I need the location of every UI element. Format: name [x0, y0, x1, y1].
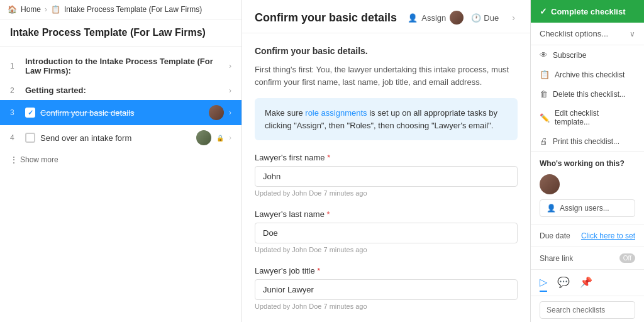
option-delete[interactable]: 🗑 Delete this checklist...: [531, 84, 644, 104]
who-working-section: Who's working on this? 👤 Assign users...: [531, 152, 644, 225]
option-archive-label: Archive this checklist: [555, 70, 625, 79]
firstname-update: Updated by John Doe 7 minutes ago: [255, 189, 518, 197]
info-box: Make sure role assignments is set up on …: [255, 98, 518, 140]
section-heading: Confirm your basic details.: [255, 46, 518, 56]
share-link-row: Share link Off: [531, 247, 644, 270]
pencil-icon: ✏️: [540, 113, 550, 123]
avatar-3: [209, 105, 224, 120]
assign-avatar: [450, 11, 464, 25]
lock-icon-4: 🔒: [216, 135, 224, 142]
section-title-1: Introduction to the Intake Process Templ…: [25, 57, 224, 75]
archive-icon: 📋: [540, 70, 550, 79]
share-link-toggle[interactable]: Off: [619, 253, 635, 263]
complete-btn-label: Complete checklist: [551, 7, 626, 16]
breadcrumb-sep: ›: [45, 5, 47, 14]
show-more-btn[interactable]: ⋮ Show more: [0, 150, 242, 169]
clock-icon: 🕐: [471, 13, 481, 23]
section-title-2: Getting started:: [25, 86, 224, 95]
section-1[interactable]: 1 Introduction to the Intake Process Tem…: [0, 52, 242, 80]
print-icon: 🖨: [540, 136, 548, 146]
option-edit-template[interactable]: ✏️ Edit checklist template...: [531, 104, 644, 131]
trash-icon: 🗑: [540, 89, 548, 99]
search-checklists-input[interactable]: [540, 301, 635, 319]
option-edit-label: Edit checklist template...: [555, 109, 635, 126]
main-title: Confirm your basic details: [255, 11, 397, 25]
due-button[interactable]: 🕐 Due: [471, 13, 499, 23]
due-date-label: Due date: [540, 231, 570, 240]
lastname-input[interactable]: [255, 223, 518, 243]
complete-checklist-button[interactable]: ✓ Complete checklist: [531, 0, 644, 23]
item-checkbox-3[interactable]: [25, 108, 35, 118]
checklist-options-label: Checklist options...: [540, 29, 608, 38]
share-link-label: Share link: [540, 254, 573, 263]
item-label-3: Confirm your basic details: [40, 108, 204, 118]
tab-comment-icon[interactable]: 💬: [557, 274, 570, 292]
person-icon: 👤: [408, 13, 418, 23]
options-chevron-icon: ∨: [630, 30, 635, 38]
firstname-label: Lawyer's first name *: [255, 153, 518, 162]
jobtitle-update: Updated by John Doe 7 minutes ago: [255, 303, 518, 310]
form-group-jobtitle: Lawyer's job title * Updated by John Doe…: [255, 266, 518, 310]
lastname-label: Lawyer's last name *: [255, 209, 518, 219]
section-2[interactable]: 2 Getting started: ›: [0, 80, 242, 100]
assign-users-label: Assign users...: [560, 204, 609, 213]
ellipsis-icon: ⋮: [10, 155, 18, 164]
assign-label: Assign: [421, 13, 446, 23]
person-plus-icon: 👤: [547, 204, 556, 213]
sidebar: 🏠 Home › 📋 Intake Process Template (For …: [0, 0, 242, 322]
avatar-4: [196, 130, 211, 145]
option-archive[interactable]: 📋 Archive this checklist: [531, 65, 644, 84]
section-desc: First thing's first: You, the lawyer und…: [255, 64, 518, 88]
role-assignments-link[interactable]: role assignments: [305, 108, 367, 118]
who-working-title: Who's working on this?: [540, 159, 635, 168]
collapse-panel-icon[interactable]: ›: [509, 10, 518, 25]
main-body: Confirm your basic details. First thing'…: [242, 33, 530, 322]
item-checkbox-4[interactable]: [25, 133, 35, 143]
tab-pin-icon[interactable]: 📌: [580, 274, 592, 292]
eye-icon: 👁: [540, 50, 548, 60]
jobtitle-label: Lawyer's job title *: [255, 266, 518, 275]
checklist-item-4[interactable]: 4 Send over an intake form 🔒 ›: [0, 125, 242, 150]
section-num-1: 1: [10, 62, 20, 70]
breadcrumb-home[interactable]: Home: [21, 5, 41, 14]
firstname-required: *: [327, 153, 330, 162]
tab-bar: ▷ 💬 📌: [531, 270, 644, 296]
jobtitle-required: *: [317, 266, 320, 275]
firstname-input[interactable]: [255, 166, 518, 187]
due-date-row: Due date Click here to set: [531, 225, 644, 247]
option-print-label: Print this checklist...: [553, 137, 619, 146]
section-num-2: 2: [10, 86, 20, 95]
item-label-4: Send over an intake form: [40, 133, 191, 143]
header-actions: 👤 Assign 🕐 Due: [408, 11, 499, 25]
options-menu: 👁 Subscribe 📋 Archive this checklist 🗑 D…: [531, 45, 644, 152]
option-subscribe-label: Subscribe: [553, 51, 586, 60]
jobtitle-input[interactable]: [255, 279, 518, 300]
show-more-label: Show more: [20, 155, 58, 164]
item-arrow-4: ›: [229, 133, 231, 142]
section-arrow-2: ›: [229, 86, 231, 95]
main-header: Confirm your basic details 👤 Assign 🕐 Du…: [242, 0, 530, 33]
option-print[interactable]: 🖨 Print this checklist...: [531, 131, 644, 151]
breadcrumb: 🏠 Home › 📋 Intake Process Template (For …: [0, 0, 242, 19]
home-icon: 🏠: [8, 5, 17, 14]
lastname-update: Updated by John Doe 7 minutes ago: [255, 246, 518, 253]
assign-button[interactable]: 👤 Assign: [408, 11, 464, 25]
right-panel: ✓ Complete checklist Checklist options..…: [531, 0, 644, 322]
form-group-firstname: Lawyer's first name * Updated by John Do…: [255, 153, 518, 197]
checklist-options-header[interactable]: Checklist options... ∨: [531, 23, 644, 45]
section-arrow-1: ›: [229, 62, 231, 70]
assign-users-button[interactable]: 👤 Assign users...: [540, 199, 635, 217]
checklist-item-3[interactable]: 3 Confirm your basic details ›: [0, 100, 242, 125]
checklist-items: 1 Introduction to the Intake Process Tem…: [0, 47, 242, 322]
breadcrumb-page-icon: 📋: [51, 5, 60, 14]
sidebar-title: Intake Process Template (For Law Firms): [0, 19, 242, 47]
tab-play-icon[interactable]: ▷: [540, 274, 547, 292]
option-subscribe[interactable]: 👁 Subscribe: [531, 45, 644, 65]
form-group-lastname: Lawyer's last name * Updated by John Doe…: [255, 209, 518, 253]
due-date-set-link[interactable]: Click here to set: [581, 231, 635, 240]
item-num-3: 3: [10, 108, 20, 117]
option-delete-label: Delete this checklist...: [553, 90, 626, 99]
breadcrumb-page: Intake Process Template (For Law Firms): [64, 5, 202, 14]
due-label: Due: [484, 13, 499, 23]
lastname-required: *: [327, 209, 330, 219]
